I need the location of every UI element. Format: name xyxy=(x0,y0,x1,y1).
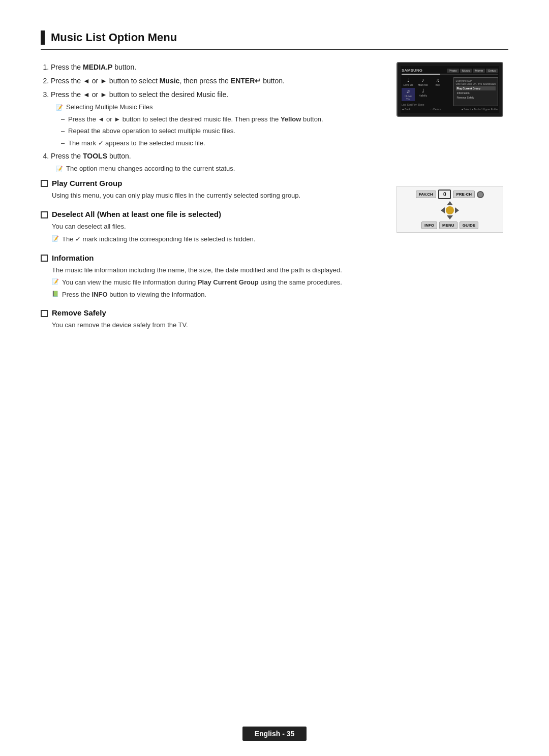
remote-guide-btn: GUIDE xyxy=(460,222,478,229)
title-accent xyxy=(41,30,45,45)
sub-step-2: Repeat the above operation to select mul… xyxy=(61,126,386,136)
tv-file-icon-3: ♫ xyxy=(436,77,440,83)
note-icon-info-2: 📗 xyxy=(52,291,59,297)
spacer xyxy=(396,125,508,186)
tv-progress-bar xyxy=(402,74,498,75)
remote-arrow-mid-row xyxy=(441,206,459,214)
tv-file-icon-1: ♩ xyxy=(407,77,410,83)
content-area: Press the MEDIA.P button. Press the ◄ or… xyxy=(41,62,508,340)
info-note-1: 📝 You can view the music file informatio… xyxy=(41,277,386,288)
tv-file-4: ♬ I Love You xyxy=(402,88,415,101)
tv-file-name-3: Boy xyxy=(436,83,440,86)
checkbox-icon-play xyxy=(41,180,48,187)
section-header-info: Information xyxy=(41,254,386,262)
tv-tab-music: Music xyxy=(460,69,472,73)
tv-logo: SAMSUNG xyxy=(402,68,422,73)
remote-middle-row xyxy=(441,201,459,220)
step-2: Press the ◄ or ► button to select Music,… xyxy=(51,76,386,86)
sub-step-3: The mark ✓ appears to the selected music… xyxy=(61,138,386,148)
tv-label-list: List xyxy=(402,103,406,106)
remote-prech-btn: PRE-CH xyxy=(453,191,475,198)
step2-music-bold: Music xyxy=(160,77,180,85)
tv-tab-photo: Photo xyxy=(447,69,459,73)
section-body-info: The music file information including the… xyxy=(41,265,386,276)
section-deselect-all: Deselect All (When at least one file is … xyxy=(41,210,386,244)
tv-progress-fill xyxy=(402,74,440,75)
remote-down-arrow xyxy=(447,215,453,219)
tv-right-panel: Everyone AJP One Sun Drop OA, 340 Sounds… xyxy=(453,77,498,106)
tv-panel-options: Everyone AJP One Sun Drop OA, 340 Sounds… xyxy=(456,79,496,85)
tv-menu-information: Information xyxy=(456,91,496,95)
tv-file-3: ♫ Boy xyxy=(431,77,444,86)
footer-bar: English - 35 xyxy=(0,727,549,741)
deselect-note-text: The ✓ mark indicating the corresponding … xyxy=(62,234,255,244)
checkbox-icon-info xyxy=(41,255,48,262)
page-title-bar: Music List Option Menu xyxy=(41,30,508,50)
checkbox-icon-remove xyxy=(41,310,48,317)
section-title-info: Information xyxy=(52,254,94,262)
step-4: Press the TOOLS button. 📝 The option men… xyxy=(51,151,386,174)
note-icon-1: 📝 xyxy=(56,103,63,112)
step4-note: 📝 The option menu changes according to t… xyxy=(56,164,386,174)
footer-label: English - 35 xyxy=(242,727,307,741)
remote-info-btn: INFO xyxy=(421,222,437,229)
tv-device-label: □ Device xyxy=(431,108,441,111)
tv-content-row: ♩ Love Me ♪ Mark Me ♫ Boy xyxy=(402,77,498,106)
step4-tools-bold: TOOLS xyxy=(83,152,107,160)
tv-bottom-bar: ◄ Back □ Device ■ Select ▲Tools ↺ Upper … xyxy=(402,108,498,111)
tv-file-name-1: Love Me xyxy=(403,83,413,86)
tv-file-1: ♩ Love Me xyxy=(402,77,415,86)
remote-control-image: FAV.CH 0 PRE-CH xyxy=(396,186,503,233)
sub-step-1: Press the ◄ or ► button to select the de… xyxy=(61,114,386,124)
step-3: Press the ◄ or ► button to select the de… xyxy=(51,89,386,148)
step-1: Press the MEDIA.P button. xyxy=(51,62,386,73)
info-note-1-text: You can view the music file information … xyxy=(62,277,342,288)
remote-arrow-row-top xyxy=(446,201,453,206)
step4-note-text: The option menu changes according to the… xyxy=(66,164,235,174)
tv-file-2: ♪ Mark Me xyxy=(416,77,430,86)
section-title-deselect: Deselect All (When at least one file is … xyxy=(52,210,221,218)
tv-screenshot: SAMSUNG Photo Music Movie Setup xyxy=(396,62,503,117)
tv-file-icon-2: ♪ xyxy=(422,77,424,83)
step2-enter-bold: ENTER↵ xyxy=(231,77,261,85)
remote-top-row: FAV.CH 0 PRE-CH xyxy=(416,190,484,199)
info-note-2: 📗 Press the INFO button to viewing the i… xyxy=(41,290,386,300)
tv-file-grid: ♩ Love Me ♪ Mark Me ♫ Boy xyxy=(402,77,451,106)
tv-tab-movie: Movie xyxy=(473,69,485,73)
page-title: Music List Option Menu xyxy=(51,31,177,44)
tv-file-labels: List Sort Fav Done xyxy=(402,103,451,106)
tv-back-label: ◄ Back xyxy=(402,108,410,111)
section-title-play: Play Current Group xyxy=(52,179,122,187)
yellow-bold: Yellow xyxy=(281,115,301,123)
remote-favch-btn: FAV.CH xyxy=(416,191,436,198)
remote-up-arrow xyxy=(447,201,453,205)
step1-bold: MEDIA.P xyxy=(83,63,112,71)
note-icon-deselect: 📝 xyxy=(52,235,59,242)
section-title-remove: Remove Safely xyxy=(52,308,106,317)
remote-right-arrow xyxy=(455,207,459,213)
tv-menu-remove-safely: Remove Safely xyxy=(456,96,496,100)
steps-list: Press the MEDIA.P button. Press the ◄ or… xyxy=(41,62,386,174)
section-body-play: Using this menu, you can only play music… xyxy=(41,191,386,201)
tv-select-label: ■ Select ▲Tools ↺ Upper Folder xyxy=(462,108,498,111)
tv-menu-play-current: Play Current Group xyxy=(456,86,496,90)
info-note2-bold: INFO xyxy=(92,291,108,298)
section-header-remove: Remove Safely xyxy=(41,308,386,317)
deselect-note: 📝 The ✓ mark indicating the correspondin… xyxy=(41,234,386,244)
section-header-deselect: Deselect All (When at least one file is … xyxy=(41,210,386,218)
main-content: Press the MEDIA.P button. Press the ◄ or… xyxy=(41,62,386,340)
section-information: Information The music file information i… xyxy=(41,254,386,300)
tv-top-bar: SAMSUNG Photo Music Movie Setup xyxy=(402,68,498,73)
remote-dot xyxy=(477,191,484,198)
note-icon-info-1: 📝 xyxy=(52,278,59,285)
side-images: SAMSUNG Photo Music Movie Setup xyxy=(396,62,508,340)
section-header-play: Play Current Group xyxy=(41,179,386,187)
remote-arrow-cluster xyxy=(441,201,459,220)
checkbox-icon-deselect xyxy=(41,211,48,218)
section-play-current-group: Play Current Group Using this menu, you … xyxy=(41,179,386,201)
tv-label-done: Done xyxy=(418,103,424,106)
section-body-deselect: You can deselect all files. xyxy=(41,222,386,232)
tv-tab-setup: Setup xyxy=(486,69,498,73)
remote-ok-btn xyxy=(446,206,454,214)
remote-buttons: FAV.CH 0 PRE-CH xyxy=(400,190,500,229)
